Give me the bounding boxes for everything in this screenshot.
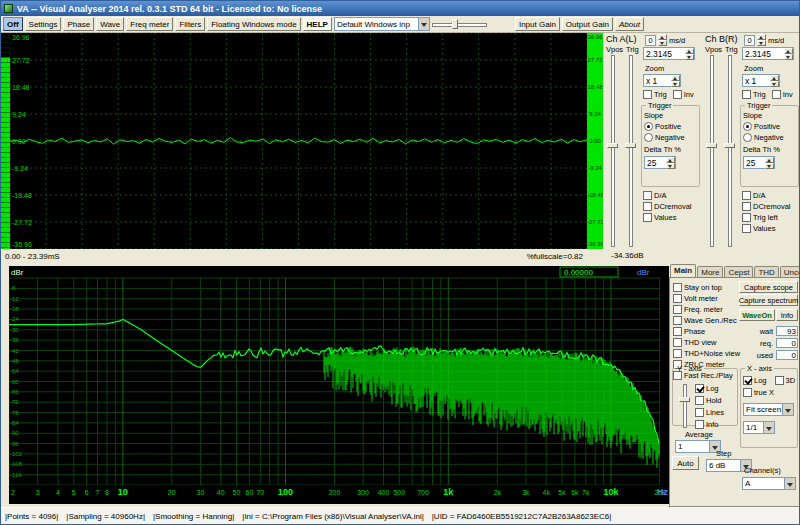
trig-level-slider-thumb[interactable] [625,143,636,148]
checkbox-volt-meter[interactable]: Volt meter [673,293,740,304]
msd-offset-spinner[interactable] [658,34,667,46]
checkbox-trig[interactable]: Trig [643,90,667,99]
delta-th-field[interactable]: 25 [743,156,775,169]
spin-down-icon[interactable] [784,54,793,60]
off-button[interactable]: Off [3,17,23,31]
freq-meter-checkbox[interactable] [673,305,682,314]
delta-th-field[interactable]: 25 [644,156,676,169]
trig-checkbox[interactable] [742,90,751,99]
trig-left-checkbox[interactable] [742,213,751,222]
spin-down-icon[interactable] [765,163,774,169]
checkbox-info[interactable]: Info [695,418,724,430]
help-button[interactable]: HELP [303,17,332,31]
trig-level-slider[interactable] [624,55,638,247]
x-log-checkbox[interactable] [743,376,752,385]
audio-device-select[interactable]: Default Windows inp [334,17,430,31]
ratio-select[interactable]: 1/1 [743,421,775,434]
radio-icon[interactable] [644,133,653,142]
auto-button[interactable]: Auto [672,456,699,470]
spectrum-display[interactable]: -6-12-18-24-30-36-42-48-54-60-66-72-78-8… [9,266,660,485]
thd-noise-view-checkbox[interactable] [673,349,682,358]
values-checkbox[interactable] [643,213,652,222]
vpos-slider[interactable] [705,55,719,247]
wave-gen-rec-checkbox[interactable] [673,316,682,325]
delta-th-spinner[interactable] [765,157,774,169]
chevron-down-icon[interactable] [784,478,795,489]
spin-down-icon[interactable] [685,54,694,60]
checkbox-d-a[interactable]: D/A [742,190,791,201]
fit-screen-select[interactable]: Fit screen [743,403,794,416]
radio-icon[interactable] [743,122,752,131]
delta-th-spinner[interactable] [666,157,675,169]
tab-main[interactable]: Main [670,264,696,278]
spin-down-icon[interactable] [658,40,667,46]
capture-spectrum-button[interactable]: Capture spectrum [739,294,798,306]
trig-level-slider-thumb[interactable] [724,143,735,148]
vpos-slider-thumb[interactable] [706,143,717,148]
info-checkbox[interactable] [695,420,704,429]
spin-down-icon[interactable] [770,81,779,87]
zoom-field[interactable]: x 1 [643,74,681,87]
thd-view-checkbox[interactable] [673,338,682,347]
volt-meter-checkbox[interactable] [673,294,682,303]
checkbox-dcremoval[interactable]: DCremoval [643,201,692,212]
filters-button[interactable]: Filters [175,17,205,31]
checkbox-stay-on-top[interactable]: Stay on top [673,282,740,293]
checkbox-trig-left[interactable]: Trig left [742,212,791,223]
dcremoval-checkbox[interactable] [742,202,751,211]
radio-icon[interactable] [644,122,653,131]
checkbox-freq-meter[interactable]: Freq. meter [673,304,740,315]
checkbox-hold[interactable]: Hold [695,394,724,406]
checkbox-values[interactable]: Values [643,212,692,223]
floating-windows-mode-button[interactable]: Floating Windows mode [207,17,300,31]
checkbox-wave-gen-rec[interactable]: Wave Gen./Rec [673,315,740,326]
y-scale-slider-thumb[interactable] [679,397,690,402]
y-scale-slider[interactable] [678,384,692,428]
chevron-down-icon[interactable] [418,18,429,30]
time-per-division-spinner[interactable] [784,48,793,60]
radio-icon[interactable] [743,133,752,142]
hold-checkbox[interactable] [695,396,704,405]
info-button[interactable]: Info [776,309,798,321]
device-level-slider-thumb[interactable] [452,19,458,29]
slope-negative-radio[interactable]: Negative [644,133,697,142]
lines-checkbox[interactable] [695,408,704,417]
zoom-field[interactable]: x 1 [742,74,780,87]
trig-checkbox[interactable] [643,90,652,99]
channel-select[interactable]: A [742,477,796,490]
device-level-slider[interactable] [432,18,487,30]
zoom-spinner[interactable] [671,75,680,87]
log-checkbox[interactable] [695,384,704,393]
msd-offset-spinner[interactable] [757,34,766,46]
x-3d-checkbox[interactable] [775,376,784,385]
time-per-division-field[interactable]: 2.3145 [643,47,695,60]
vpos-slider-thumb[interactable] [607,143,618,148]
chevron-down-icon[interactable] [782,404,793,415]
spin-down-icon[interactable] [757,40,766,46]
spin-down-icon[interactable] [666,163,675,169]
checkbox-d-a[interactable]: D/A [643,190,692,201]
output-gain-button[interactable]: Output Gain [562,17,613,31]
values-checkbox[interactable] [742,224,751,233]
capture-scope-button[interactable]: Capture scope [739,281,798,293]
d-a-checkbox[interactable] [643,191,652,200]
slope-positive-radio[interactable]: Positive [644,122,697,131]
checkbox-thd-noise-view[interactable]: THD+Noise view [673,348,740,359]
freq-meter-button[interactable]: Freq meter [126,17,173,31]
checkbox-phase[interactable]: Phase [673,326,740,337]
slope-positive-radio[interactable]: Positive [743,122,796,131]
checkbox-thd-view[interactable]: THD view [673,337,740,348]
d-a-checkbox[interactable] [742,191,751,200]
chevron-down-icon[interactable] [763,422,774,433]
inv-checkbox[interactable] [673,90,682,99]
settings-button[interactable]: Settings [25,17,62,31]
phase-checkbox[interactable] [673,327,682,336]
checkbox-values[interactable]: Values [742,223,791,234]
zoom-spinner[interactable] [770,75,779,87]
checkbox-trig[interactable]: Trig [742,90,766,99]
titlebar[interactable]: VA -- Visual Analyser 2014 rel. 0.3.1 ST… [1,1,799,16]
stay-on-top-checkbox[interactable] [673,283,682,292]
checkbox-log[interactable]: Log [695,382,724,394]
inv-checkbox[interactable] [772,90,781,99]
average-select[interactable]: 1 [675,440,721,453]
